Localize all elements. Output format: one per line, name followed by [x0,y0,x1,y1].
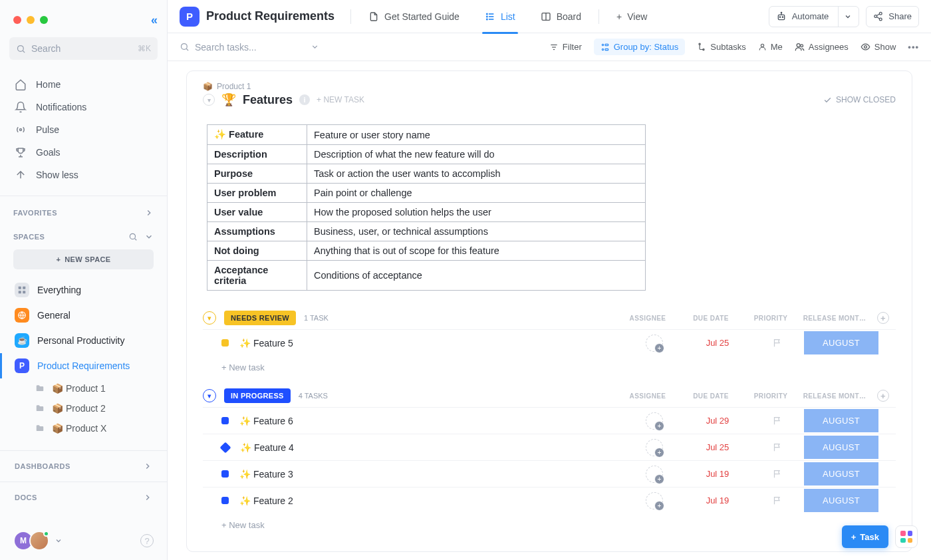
maximize-window[interactable] [40,16,48,24]
priority-cell[interactable] [751,469,804,479]
assignee-cell[interactable] [624,492,684,509]
task-row[interactable]: ✨ Feature 4 Jul 25 AUGUST [203,434,896,460]
add-column-icon[interactable]: + [877,312,889,324]
view-list[interactable]: List [475,0,525,33]
assignee-cell[interactable] [624,335,684,352]
collapse-sidebar-icon[interactable]: « [151,13,158,27]
add-assignee-icon[interactable] [646,412,663,430]
chevron-down-icon[interactable] [311,43,319,51]
status-indicator[interactable] [221,470,229,478]
folder-product-1[interactable]: 📦 Product 1 [0,378,167,398]
space-personal[interactable]: ☕ Personal Productivity [0,328,167,353]
release-cell[interactable]: AUGUST [804,462,878,486]
task-row[interactable]: ✨ Feature 3 Jul 19 AUGUST [203,460,896,487]
dashboards-section[interactable]: DASHBOARDS [0,450,167,482]
priority-cell[interactable] [751,495,804,505]
status-indicator[interactable] [220,442,231,453]
release-cell[interactable]: AUGUST [804,409,878,432]
new-space-button[interactable]: + NEW SPACE [13,249,154,269]
due-date-cell[interactable]: Jul 19 [684,495,751,505]
release-cell[interactable]: AUGUST [804,436,878,459]
nav-goals[interactable]: Goals [0,141,167,164]
show-chip[interactable]: Show [861,42,896,52]
table-row: Acceptance criteriaConditions of accepta… [207,261,646,291]
more-menu[interactable]: ••• [908,42,919,52]
release-cell[interactable]: AUGUST [804,489,878,512]
task-row[interactable]: ✨ Feature 6 Jul 29 AUGUST [203,407,896,434]
me-label: Me [771,42,783,52]
minimize-window[interactable] [27,16,35,24]
new-task-row[interactable]: + New task [203,356,896,375]
chevron-down-icon[interactable] [838,7,852,27]
subtasks-chip[interactable]: Subtasks [697,42,745,52]
docs-section[interactable]: DOCS [0,482,167,513]
product-req-icon: P [15,358,29,373]
nav-pulse[interactable]: Pulse [0,118,167,141]
collapse-group-icon[interactable]: ▾ [203,311,216,325]
view-getting-started[interactable]: Get Started Guide [359,0,469,33]
info-icon[interactable]: i [299,94,310,105]
close-window[interactable] [13,16,21,24]
task-row[interactable]: ✨ Feature 2 Jul 19 AUGUST [203,487,896,513]
due-date-cell[interactable]: Jul 25 [684,442,751,452]
assignee-cell[interactable] [624,439,684,456]
nav-show-less[interactable]: Show less [0,164,167,186]
svg-point-25 [880,18,882,21]
favorites-header[interactable]: FAVORITES [0,196,167,225]
new-task-row[interactable]: + New task [203,513,896,533]
workspace-avatars[interactable]: M [13,531,49,551]
nav-notifications[interactable]: Notifications [0,96,167,118]
apps-fab[interactable] [895,525,918,548]
due-date-cell[interactable]: Jul 19 [684,469,751,479]
status-indicator[interactable] [221,497,229,504]
table-value: Feature or user story name [307,125,646,145]
search-spaces-icon[interactable] [128,232,138,241]
add-assignee-icon[interactable] [646,492,663,509]
folder-product-x[interactable]: 📦 Product X [0,418,167,438]
help-icon[interactable]: ? [140,534,154,547]
plus-icon: + [56,255,61,263]
filter-icon [549,43,559,52]
filter-chip[interactable]: Filter [549,42,582,52]
show-closed-toggle[interactable]: SHOW CLOSED [823,95,896,104]
space-product-requirements[interactable]: P Product Requirements [0,353,167,378]
add-column-icon[interactable]: + [877,390,889,402]
col-assignee: ASSIGNEE [618,315,678,322]
space-general[interactable]: General [0,303,167,328]
add-assignee-icon[interactable] [646,439,663,456]
assignees-chip[interactable]: Assignees [795,42,849,52]
collapse-group-icon[interactable]: ▾ [203,389,216,402]
assignee-cell[interactable] [624,466,684,483]
new-task-link[interactable]: + NEW TASK [317,95,364,104]
automate-button[interactable]: Automate [769,6,860,27]
release-cell[interactable]: AUGUST [804,331,878,354]
task-row[interactable]: ✨ Feature 5 Jul 25 AUGUST [203,329,896,356]
status-pill[interactable]: NEEDS REVIEW [224,311,296,325]
global-search[interactable]: Search ⌘K [9,37,158,60]
nav-home[interactable]: Home [0,73,167,96]
priority-cell[interactable] [751,416,804,426]
priority-cell[interactable] [751,338,804,348]
due-date-cell[interactable]: Jul 29 [684,416,751,426]
search-tasks[interactable]: Search tasks... [180,42,319,53]
status-pill[interactable]: IN PROGRESS [224,388,291,403]
status-indicator[interactable] [221,339,229,347]
assignee-cell[interactable] [624,412,684,430]
chevron-down-icon[interactable] [55,537,63,545]
share-button[interactable]: Share [866,6,919,27]
due-date-cell[interactable]: Jul 25 [684,338,751,348]
me-chip[interactable]: Me [758,42,783,52]
add-view[interactable]: + View [607,0,656,33]
folder-product-2[interactable]: 📦 Product 2 [0,398,167,418]
view-board[interactable]: Board [531,0,591,33]
add-assignee-icon[interactable] [646,466,663,483]
create-task-fab[interactable]: + Task [842,525,888,548]
space-everything[interactable]: Everything [0,277,167,303]
group-by-chip[interactable]: Group by: Status [594,39,686,55]
chevron-down-icon[interactable] [144,232,154,241]
collapse-list-icon[interactable]: ▾ [203,94,215,106]
breadcrumb[interactable]: 📦 Product 1 [203,82,896,91]
priority-cell[interactable] [751,442,804,452]
status-indicator[interactable] [221,417,229,424]
add-assignee-icon[interactable] [646,335,663,352]
